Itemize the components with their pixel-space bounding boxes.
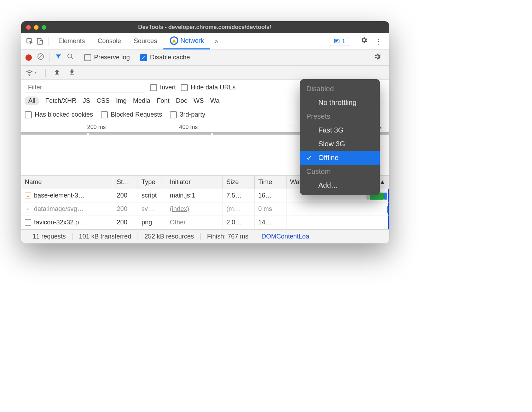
clear-button[interactable]	[37, 53, 45, 62]
invert-checkbox[interactable]: Invert	[150, 84, 176, 91]
cell-size: 2.0…	[223, 216, 255, 229]
network-settings-icon[interactable]	[370, 53, 385, 62]
checkbox-icon	[84, 54, 91, 61]
cell-initiator: Other	[170, 219, 186, 226]
status-requests: 11 requests	[26, 233, 73, 240]
upload-har-icon[interactable]	[53, 69, 60, 77]
preserve-log-checkbox[interactable]: Preserve log	[84, 54, 130, 61]
filter-toggle-icon[interactable]	[55, 53, 62, 62]
svg-line-9	[71, 58, 73, 59]
has-blocked-cookies-checkbox[interactable]: Has blocked cookies	[25, 111, 93, 118]
col-type[interactable]: Type	[138, 176, 166, 189]
tab-sources[interactable]: Sources	[127, 33, 163, 49]
generic-file-icon	[25, 219, 31, 226]
svg-rect-11	[55, 74, 59, 75]
checkbox-icon	[181, 84, 188, 91]
hide-data-urls-checkbox[interactable]: Hide data URLs	[181, 84, 236, 91]
chip-wasm[interactable]: Wa	[210, 97, 219, 105]
network-toolbar: Preserve log ✓ Disable cache	[21, 49, 389, 66]
chip-css[interactable]: CSS	[97, 97, 110, 105]
record-button[interactable]	[25, 54, 32, 61]
col-name[interactable]: Name	[21, 176, 113, 189]
chip-ws[interactable]: WS	[193, 97, 204, 105]
col-time[interactable]: Time	[255, 176, 287, 189]
third-party-checkbox[interactable]: 3rd-party	[170, 111, 205, 118]
cell-size: 7.5…	[223, 189, 255, 202]
checkbox-checked-icon: ✓	[140, 54, 147, 61]
chip-js[interactable]: JS	[83, 97, 90, 105]
col-status[interactable]: St…	[113, 176, 138, 189]
svg-point-10	[29, 75, 30, 76]
script-file-icon: ⬥	[25, 193, 31, 199]
preserve-log-label: Preserve log	[94, 54, 130, 61]
cell-time: 16…	[255, 189, 287, 202]
device-toolbar-icon[interactable]	[35, 36, 45, 46]
blocked-requests-label: Blocked Requests	[111, 111, 162, 118]
cell-type: sv…	[138, 202, 166, 216]
sort-asc-icon: ▲	[379, 178, 386, 186]
svg-rect-12	[70, 74, 74, 75]
chip-doc[interactable]: Doc	[176, 97, 187, 105]
tick-600	[205, 122, 297, 132]
col-initiator[interactable]: Initiator	[166, 176, 223, 189]
chip-fetch-xhr[interactable]: Fetch/XHR	[45, 97, 76, 105]
checkbox-icon	[25, 111, 32, 118]
tab-network-label: Network	[180, 37, 204, 45]
status-transferred: 101 kB transferred	[73, 233, 138, 240]
cell-status: 200	[113, 202, 138, 216]
issues-button[interactable]: 1	[330, 37, 349, 46]
tab-elements[interactable]: Elements	[52, 33, 91, 49]
cell-status: 200	[113, 189, 138, 202]
dropdown-item-slow-3g[interactable]: Slow 3G	[300, 137, 380, 151]
tabs-overflow-icon[interactable]: »	[210, 37, 222, 45]
disable-cache-label: Disable cache	[150, 54, 190, 61]
svg-rect-3	[174, 40, 174, 42]
blocked-requests-checkbox[interactable]: Blocked Requests	[101, 111, 162, 118]
third-party-label: 3rd-party	[180, 111, 205, 118]
inspect-element-icon[interactable]	[25, 36, 35, 46]
invert-label: Invert	[160, 84, 176, 91]
dropdown-item-offline[interactable]: Offline	[300, 151, 380, 165]
svg-rect-5	[334, 39, 339, 43]
table-row[interactable]: ▾data:image/svg… 200 sv… (index) (m… 0 m…	[21, 202, 389, 216]
tab-console[interactable]: Console	[91, 33, 127, 49]
col-size[interactable]: Size	[223, 176, 255, 189]
tab-sources-label: Sources	[134, 37, 157, 45]
tab-network[interactable]: Network	[163, 33, 210, 49]
table-row[interactable]: favicon-32x32.p… 200 png Other 2.0… 14…	[21, 216, 389, 229]
initiator-link[interactable]: main.js:1	[170, 192, 195, 199]
tab-elements-label: Elements	[58, 37, 85, 45]
window-title: DevTools - developer.chrome.com/docs/dev…	[25, 24, 384, 30]
cell-status: 200	[113, 216, 138, 229]
disable-cache-checkbox[interactable]: ✓ Disable cache	[140, 54, 190, 61]
network-conditions-icon[interactable]	[25, 69, 37, 77]
cell-type: png	[138, 216, 166, 229]
svg-rect-4	[174, 42, 174, 42]
dropdown-item-fast-3g[interactable]: Fast 3G	[300, 123, 380, 137]
checkbox-icon	[150, 84, 157, 91]
more-menu-icon[interactable]: ⋮	[371, 37, 386, 46]
svg-line-7	[39, 55, 43, 59]
chip-img[interactable]: Img	[116, 97, 127, 105]
cell-time: 0 ms	[255, 202, 287, 216]
svg-point-8	[68, 54, 72, 58]
dropdown-item-add[interactable]: Add…	[300, 178, 380, 192]
search-icon[interactable]	[67, 53, 74, 62]
initiator-link[interactable]: (index)	[170, 205, 189, 212]
chip-all[interactable]: All	[25, 96, 39, 105]
cell-name: favicon-32x32.p…	[34, 219, 85, 226]
waterfall-cell	[287, 216, 389, 229]
dropdown-item-no-throttling[interactable]: No throttling	[300, 96, 380, 110]
download-har-icon[interactable]	[68, 69, 75, 77]
warning-icon	[170, 36, 178, 45]
chip-font[interactable]: Font	[157, 97, 169, 105]
chip-media[interactable]: Media	[133, 97, 150, 105]
statusbar: 11 requests 101 kB transferred 252 kB re…	[21, 229, 389, 243]
settings-icon[interactable]	[357, 36, 371, 46]
waterfall-cell	[287, 202, 389, 216]
network-toolbar-2	[21, 66, 389, 80]
filter-input[interactable]	[25, 82, 145, 93]
svg-rect-2	[40, 40, 42, 44]
tab-console-label: Console	[98, 37, 121, 45]
titlebar: DevTools - developer.chrome.com/docs/dev…	[21, 21, 389, 33]
